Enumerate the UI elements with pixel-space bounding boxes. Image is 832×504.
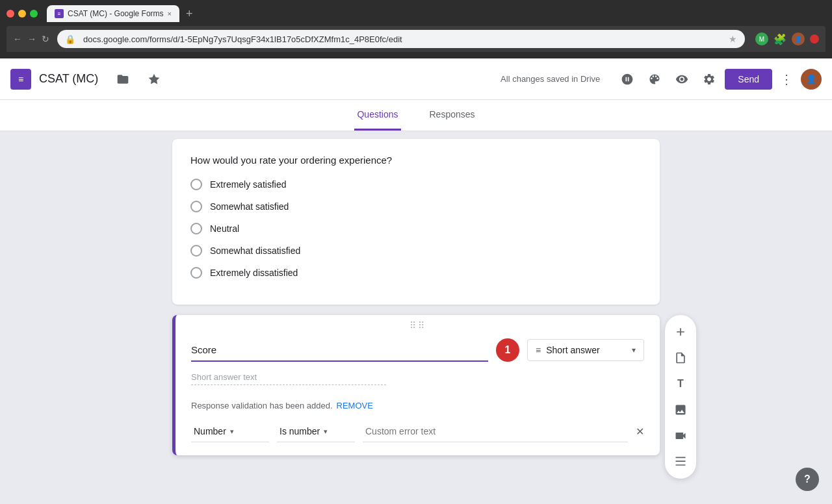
send-button[interactable]: Send [725,69,772,90]
browser-nav: ← → ↻ [13,34,49,44]
add-section-btn[interactable] [669,450,692,473]
validation-type-dropdown[interactable]: Number ▾ [191,421,269,442]
folder-btn[interactable] [111,68,135,91]
browser-window-controls [6,10,38,18]
clear-error-btn[interactable]: ✕ [636,425,644,438]
new-tab-btn[interactable]: + [182,7,197,21]
validation-condition-arrow-icon: ▾ [324,427,328,436]
score-card-wrapper: ⠿⠿ 1 ≡ Short answer ▾ Short answer text [172,315,660,455]
short-answer-placeholder: Short answer text [191,372,386,385]
custom-error-input[interactable] [363,421,628,442]
radio-btn-5[interactable] [190,267,202,279]
forward-btn[interactable]: → [27,34,36,44]
more-options-btn[interactable]: ⋮ [776,69,797,90]
option-row: Somewhat dissatisfied [190,245,642,257]
option-row: Somewhat satisfied [190,201,642,212]
radio-btn-2[interactable] [190,201,202,212]
palette-btn[interactable] [643,68,666,91]
ext-red-icon[interactable] [810,34,819,44]
tabs-bar: Questions Responses [0,100,832,131]
score-card: ⠿⠿ 1 ≡ Short answer ▾ Short answer text [172,315,660,455]
option-label-3: Neutral [210,223,239,234]
right-toolbar: T [665,315,696,479]
star-btn[interactable] [142,68,166,91]
add-video-btn[interactable] [669,424,692,447]
address-bar[interactable]: 🔒 docs.google.com/forms/d/1-5EpNg7ys7Uqs… [57,30,745,48]
logo-icon: ≡ [18,74,23,84]
ext-gmail-icon[interactable]: M [755,32,768,45]
question-input-row: 1 ≡ Short answer ▾ [191,338,644,362]
type-label: Short answer [546,345,627,355]
user-avatar[interactable]: 👤 [801,69,822,90]
question-badge: 1 [496,338,519,362]
option-label-5: Extremely dissatisfied [210,268,298,278]
tab-responses[interactable]: Responses [427,100,478,131]
question-title-input[interactable] [191,339,488,362]
option-row: Extremely dissatisfied [190,267,642,279]
tab-close-btn[interactable]: × [168,10,172,18]
customize-icon-btn[interactable] [616,68,639,91]
validation-type-arrow-icon: ▾ [230,427,234,436]
option-label-4: Somewhat dissatisfied [210,246,300,256]
reload-btn[interactable]: ↻ [42,34,49,44]
remove-validation-btn[interactable]: REMOVE [337,401,373,410]
ext-puzzle-icon[interactable]: 🧩 [774,32,786,45]
header-right: Send ⋮ 👤 [616,68,822,91]
browser-tab-active[interactable]: ≡ CSAT (MC) - Google Forms × [47,5,179,22]
close-window-btn[interactable] [6,10,14,18]
radio-btn-1[interactable] [190,179,202,190]
bookmark-icon[interactable]: ★ [729,34,737,44]
import-questions-btn[interactable] [669,346,692,370]
validation-type-label: Number [194,426,226,436]
validation-condition-dropdown[interactable]: Is number ▾ [277,421,355,442]
option-row: Extremely satisfied [190,179,642,190]
dropdown-arrow-icon: ▾ [632,346,636,355]
tab-favicon: ≡ [55,9,64,18]
tab-label: CSAT (MC) - Google Forms [68,9,164,18]
validation-controls: Number ▾ Is number ▾ ✕ [191,421,644,442]
main-content: How would you rate your ordering experie… [0,131,832,503]
app-title: CSAT (MC) [39,72,98,86]
tab-questions[interactable]: Questions [354,100,400,131]
help-btn[interactable]: ? [796,468,819,491]
url-text: docs.google.com/forms/d/1-5EpNg7ys7UqsgF… [83,34,723,44]
settings-btn[interactable] [697,68,721,91]
browser-tab-bar: ≡ CSAT (MC) - Google Forms × + [6,5,826,22]
add-title-btn[interactable]: T [669,372,692,396]
minimize-window-btn[interactable] [18,10,26,18]
question-card-1: How would you rate your ordering experie… [172,139,660,305]
back-btn[interactable]: ← [13,34,22,44]
validation-text: Response validation has been added. [191,401,333,410]
type-icon: ≡ [536,345,541,355]
browser-chrome: ≡ CSAT (MC) - Google Forms × + ← → ↻ 🔒 d… [0,0,832,58]
add-image-btn[interactable] [669,398,692,422]
radio-btn-4[interactable] [190,245,202,257]
browser-extensions: M 🧩 👤 [755,32,819,45]
option-row: Neutral [190,223,642,234]
validation-condition-label: Is number [280,426,320,436]
question-type-dropdown[interactable]: ≡ Short answer ▾ [527,339,644,361]
option-label-2: Somewhat satisfied [210,201,289,212]
question-text: How would you rate your ordering experie… [190,155,642,166]
add-question-btn[interactable] [669,320,692,344]
maximize-window-btn[interactable] [30,10,38,18]
option-label-1: Extremely satisfied [210,179,286,190]
radio-btn-3[interactable] [190,223,202,234]
drag-handle[interactable]: ⠿⠿ [176,315,660,333]
app-header: ≡ CSAT (MC) All changes saved in Drive S… [0,58,832,100]
save-status: All changes saved in Drive [500,74,600,84]
validation-row: Response validation has been added. REMO… [191,401,644,410]
lock-icon: 🔒 [65,34,75,44]
card-body: 1 ≡ Short answer ▾ Short answer text Res… [176,333,660,455]
user-profile-icon[interactable]: 👤 [792,32,805,45]
text-icon: T [677,378,684,390]
preview-btn[interactable] [670,68,694,91]
app-logo: ≡ [10,69,31,90]
